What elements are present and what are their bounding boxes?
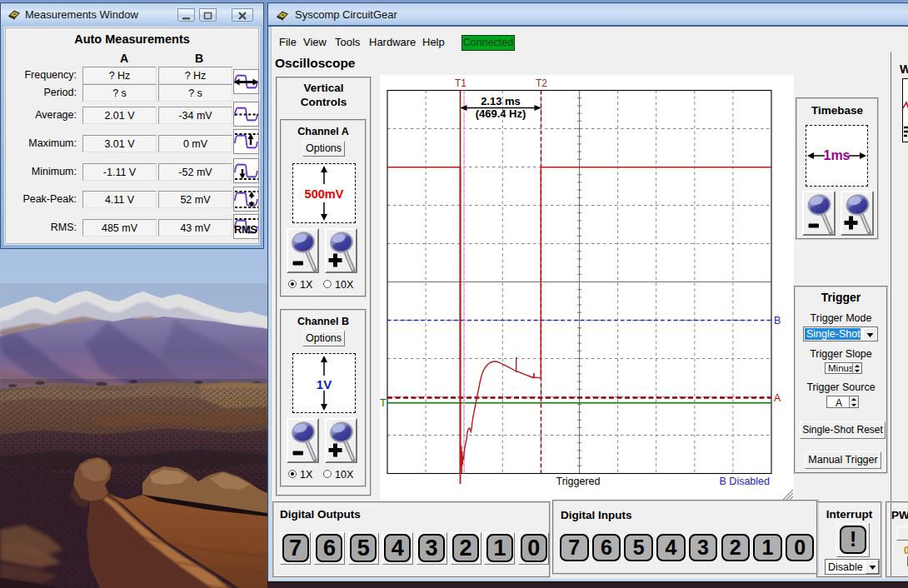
svg-text:T2: T2	[536, 77, 547, 89]
svg-text:Triggered: Triggered	[556, 476, 600, 487]
svg-text:B Disabled: B Disabled	[720, 476, 770, 487]
svg-text:(469.4 Hz): (469.4 Hz)	[476, 107, 526, 120]
svg-text:B: B	[774, 315, 781, 326]
svg-text:2.13 ms: 2.13 ms	[481, 95, 521, 107]
svg-text:T1: T1	[455, 77, 466, 89]
svg-text:RMS: RMS	[234, 223, 257, 236]
svg-text:T: T	[380, 397, 387, 409]
svg-text:A: A	[774, 392, 781, 404]
